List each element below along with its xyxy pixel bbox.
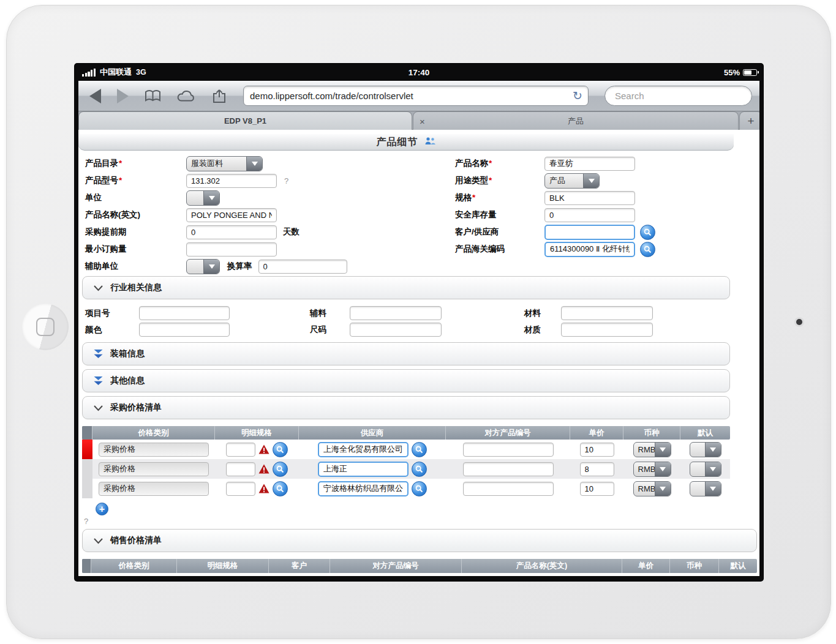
safety-stock-input[interactable]	[544, 208, 635, 222]
chevron-expanded-icon	[93, 537, 104, 544]
tab-active[interactable]: EDP V8_P1	[78, 111, 412, 130]
detail-spec-input[interactable]	[226, 482, 255, 496]
search-bar[interactable]	[604, 86, 752, 106]
project-no-input[interactable]	[139, 306, 230, 320]
partner-input[interactable]	[544, 225, 635, 240]
texture-label: 材质	[524, 324, 541, 335]
page-title: 产品细节	[377, 136, 418, 149]
col-customer: 客户	[269, 559, 330, 573]
supplier-input[interactable]	[318, 442, 409, 457]
form-left-column: 产品目录* 服装面料 产品型号* ? 单位	[85, 155, 347, 275]
section-other-info[interactable]: 其他信息	[82, 369, 730, 392]
row-selector[interactable]	[82, 440, 92, 459]
screen: 中国联通 3G 17:40 55%	[75, 64, 763, 581]
forward-button-disabled[interactable]	[117, 89, 129, 103]
accessory-input[interactable]	[350, 306, 442, 320]
detail-spec-input[interactable]	[226, 443, 255, 457]
col-default: 默认	[719, 559, 757, 573]
row-selector[interactable]	[82, 479, 92, 498]
supplier-input[interactable]	[318, 481, 409, 496]
default-select[interactable]	[690, 462, 721, 477]
share-icon[interactable]	[212, 89, 227, 103]
size-input[interactable]	[350, 323, 442, 337]
home-button[interactable]	[22, 304, 69, 350]
row-selector-header	[82, 426, 92, 440]
currency-select[interactable]: RMB	[633, 481, 671, 496]
partner-search-button[interactable]	[640, 225, 655, 240]
material-label: 材料	[524, 308, 541, 319]
min-order-input[interactable]	[186, 242, 277, 256]
row-selector[interactable]	[82, 459, 92, 479]
detail-spec-search-button[interactable]	[273, 442, 288, 457]
bookmarks-icon[interactable]	[145, 89, 161, 103]
new-tab-button[interactable]: +	[739, 111, 759, 130]
price-type-input[interactable]	[99, 462, 209, 476]
camera-dot	[796, 319, 802, 325]
default-select[interactable]	[690, 481, 721, 496]
default-select[interactable]	[690, 442, 721, 457]
warning-icon	[258, 464, 269, 474]
section-sales-prices[interactable]: 销售价格清单	[82, 529, 757, 552]
detail-spec-search-button[interactable]	[273, 462, 288, 477]
price-type-input[interactable]	[99, 443, 209, 457]
hs-code-label: 产品海关编码	[455, 244, 544, 255]
double-down-arrow-icon	[93, 349, 104, 359]
price-type-input[interactable]	[99, 482, 209, 496]
chevron-expanded-icon	[93, 405, 104, 411]
color-input[interactable]	[139, 323, 230, 337]
hs-code-input[interactable]	[544, 242, 635, 257]
search-input[interactable]	[605, 91, 751, 101]
unit-price-input[interactable]	[580, 462, 614, 476]
section-packing-info[interactable]: 装箱信息	[82, 342, 730, 365]
texture-input[interactable]	[561, 323, 653, 337]
partner-code-input[interactable]	[463, 462, 554, 476]
section-other-title: 其他信息	[110, 375, 145, 386]
url-bar[interactable]: ↻	[243, 86, 589, 106]
unit-select[interactable]	[186, 190, 220, 206]
unit-price-input[interactable]	[580, 482, 614, 496]
add-row-button[interactable]: +	[96, 503, 108, 515]
tab-close-icon[interactable]: ×	[420, 112, 425, 130]
conversion-rate-input[interactable]	[258, 260, 347, 274]
reload-icon[interactable]: ↻	[567, 90, 588, 102]
lead-time-label: 采购提前期	[85, 227, 186, 238]
unit-price-input[interactable]	[580, 443, 614, 457]
section-industry-info[interactable]: 行业相关信息	[82, 276, 730, 299]
catalog-select[interactable]: 服装面料	[186, 156, 263, 171]
project-no-label: 项目号	[85, 308, 110, 319]
model-label: 产品型号*	[85, 175, 186, 186]
col-detail-spec: 明细规格	[177, 559, 269, 573]
product-name-input[interactable]	[544, 157, 635, 171]
partner-code-input[interactable]	[463, 443, 554, 457]
color-label: 颜色	[85, 324, 102, 335]
usage-type-label: 用途类型*	[455, 175, 544, 186]
material-input[interactable]	[561, 306, 653, 320]
name-en-input[interactable]	[186, 208, 277, 222]
icloud-tabs-icon[interactable]	[177, 89, 196, 102]
row-selected-indicator	[82, 440, 92, 459]
supplier-search-button[interactable]	[412, 462, 427, 477]
usage-type-select[interactable]: 产品	[544, 173, 600, 189]
detail-spec-input[interactable]	[226, 462, 255, 476]
size-label: 尺码	[310, 324, 326, 335]
hs-code-search-button[interactable]	[640, 242, 655, 257]
aux-unit-select[interactable]	[186, 259, 220, 274]
lead-time-input[interactable]	[186, 225, 277, 239]
spec-input[interactable]	[544, 191, 635, 205]
battery-icon	[743, 69, 757, 76]
supplier-search-button[interactable]	[412, 481, 427, 496]
help-icon: ?	[84, 517, 88, 526]
partner-code-input[interactable]	[463, 482, 554, 496]
section-industry-title: 行业相关信息	[110, 282, 162, 293]
supplier-search-button[interactable]	[412, 442, 427, 457]
detail-spec-search-button[interactable]	[273, 481, 288, 496]
model-input[interactable]	[186, 174, 277, 188]
url-input[interactable]	[244, 91, 567, 101]
currency-select[interactable]: RMB	[633, 442, 671, 457]
section-purchase-prices[interactable]: 采购价格清单	[82, 396, 730, 419]
currency-select[interactable]: RMB	[633, 462, 671, 477]
tab-background[interactable]: × 产品	[413, 111, 739, 130]
supplier-input[interactable]	[318, 462, 409, 477]
lead-time-suffix: 天数	[283, 227, 299, 238]
back-button[interactable]	[89, 89, 101, 103]
